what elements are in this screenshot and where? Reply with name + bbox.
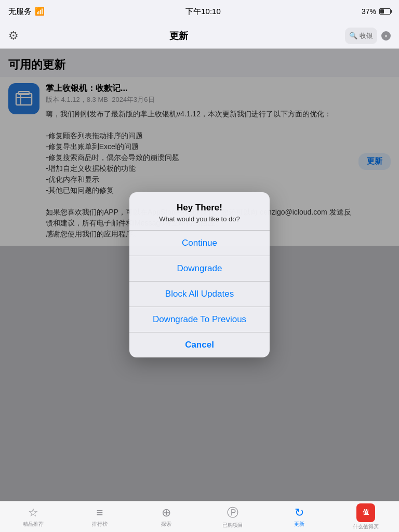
settings-icon[interactable]: ⚙ [8, 29, 19, 43]
dialog-overlay: Hey There! What would you like to do? Co… [0, 49, 399, 501]
alert-actions: Continue Downgrade Block All Updates Dow… [129, 231, 270, 357]
alert-subtitle: What would you like to do? [138, 215, 261, 223]
tab-ranking-label: 排行榜 [92, 521, 108, 528]
status-right: 37% [362, 7, 391, 16]
battery-icon [379, 8, 391, 15]
tab-bar: ☆ 精品推荐 ≡ 排行榜 ⊕ 探索 Ⓟ 已购项目 ↻ 更新 值 什么值得买 [0, 501, 399, 532]
tab-featured-icon: ☆ [28, 506, 38, 520]
status-bar: 无服务 📶 下午10:10 37% [0, 0, 399, 23]
nav-title: 更新 [169, 30, 188, 42]
main-content: 可用的更新 掌上收银机：收款记... 版本 4.1.12，8.3 MB 2024… [0, 49, 399, 501]
downgrade-button[interactable]: Downgrade [129, 256, 270, 282]
tab-explore-label: 探索 [161, 521, 171, 528]
search-icon: 🔍 [349, 32, 357, 39]
nav-right: 🔍 收银 × [308, 28, 391, 44]
block-all-updates-button[interactable]: Block All Updates [129, 282, 270, 307]
downgrade-to-previous-button[interactable]: Downgrade To Previous [129, 307, 270, 332]
tab-item-featured[interactable]: ☆ 精品推荐 [0, 501, 66, 532]
tab-updates-label: 更新 [294, 521, 304, 528]
tab-purchased-icon: Ⓟ [227, 505, 238, 521]
continue-button[interactable]: Continue [129, 231, 270, 256]
tab-explore-icon: ⊕ [162, 506, 171, 520]
wifi-icon: 📶 [35, 7, 45, 16]
cancel-button[interactable]: Cancel [129, 332, 270, 357]
tab-item-smzdm[interactable]: 值 什么值得买 [332, 503, 399, 530]
nav-left: ⚙ [8, 29, 50, 43]
smzdm-icon: 值 [356, 503, 375, 522]
nav-bar: ⚙ 更新 🔍 收银 × [0, 23, 399, 49]
alert-dialog: Hey There! What would you like to do? Co… [129, 192, 270, 357]
tab-featured-label: 精品推荐 [23, 521, 44, 528]
status-left: 无服务 📶 [8, 7, 45, 17]
tab-item-updates[interactable]: ↻ 更新 [266, 501, 332, 532]
tab-item-purchased[interactable]: Ⓟ 已购项目 [200, 501, 266, 532]
smzdm-label: 什么值得买 [353, 523, 379, 530]
search-text: 收银 [360, 31, 373, 41]
alert-header: Hey There! What would you like to do? [129, 192, 270, 231]
status-time: 下午10:10 [185, 7, 221, 17]
tab-item-ranking[interactable]: ≡ 排行榜 [66, 501, 133, 532]
clear-search-button[interactable]: × [381, 31, 391, 41]
tab-item-explore[interactable]: ⊕ 探索 [133, 501, 200, 532]
alert-title: Hey There! [138, 203, 261, 213]
tab-ranking-icon: ≡ [97, 506, 103, 520]
search-bar[interactable]: 🔍 收银 [345, 28, 377, 44]
tab-updates-icon: ↻ [295, 506, 304, 520]
carrier-text: 无服务 [8, 7, 32, 17]
battery-percent: 37% [362, 7, 376, 16]
tab-purchased-label: 已购项目 [222, 522, 243, 529]
